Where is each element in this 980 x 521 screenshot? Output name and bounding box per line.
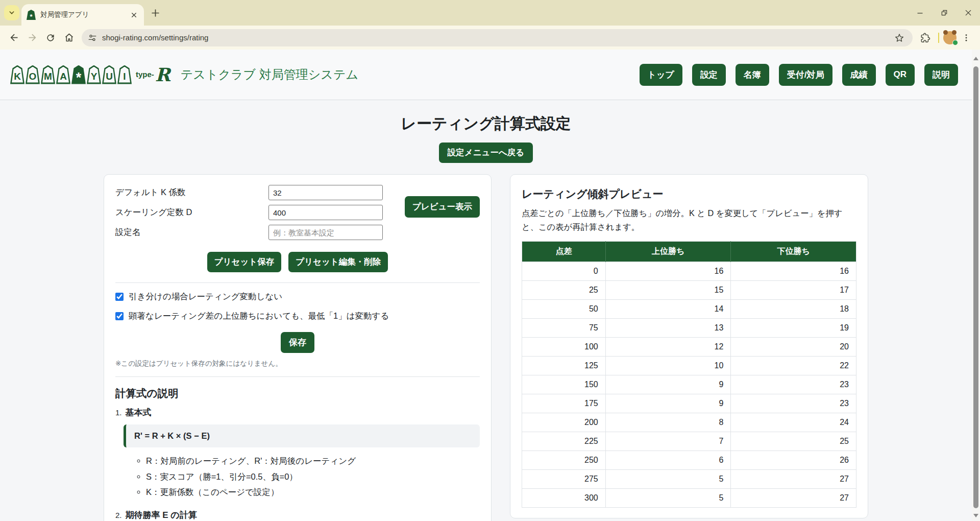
k-factor-label: デフォルト K 係数 [115, 187, 268, 198]
save-button[interactable]: 保存 [281, 332, 314, 353]
k-factor-input[interactable] [268, 185, 383, 200]
explanation-item-1-title: 1.基本式 [115, 407, 480, 418]
extensions-button[interactable] [917, 29, 934, 46]
preset-name-row: 設定名 [115, 225, 383, 240]
explanation-heading: 計算式の説明 [115, 386, 480, 400]
nav-button-label: 成績 [850, 70, 868, 80]
tab-search-button[interactable] [4, 5, 19, 20]
preset-note: ※この設定はプリセット保存の対象にはなりません。 [115, 359, 480, 368]
cell-upper-win: 8 [605, 413, 731, 432]
cell-diff: 250 [522, 451, 606, 469]
logo-letter: U [102, 65, 116, 84]
nav-button-label: 説明 [933, 70, 950, 80]
page: KOMA*YUI type- R テストクラブ 対局管理システム トップ設定名簿… [0, 50, 972, 521]
cell-upper-win: 15 [605, 280, 731, 299]
back-nav-button[interactable] [5, 29, 22, 46]
site-header: KOMA*YUI type- R テストクラブ 対局管理システム トップ設定名簿… [0, 50, 972, 100]
formula-variable-list: R：対局前のレーティング、R'：対局後のレーティングS：実スコア（勝=1、引分=… [115, 455, 480, 499]
reload-button[interactable] [42, 29, 59, 46]
logo-letter: M [41, 65, 55, 84]
table-row: 100 12 20 [522, 337, 856, 356]
checkbox-row[interactable]: 引き分けの場合レーティング変動しない [115, 291, 480, 302]
page-scrollbar [972, 50, 980, 521]
formula-variable-item: R：対局前のレーティング、R'：対局後のレーティング [146, 455, 480, 468]
checkbox[interactable] [115, 293, 124, 301]
site-logo[interactable]: KOMA*YUI type- R テストクラブ 対局管理システム [10, 65, 358, 84]
star-icon [894, 33, 904, 43]
cell-upper-win: 10 [605, 356, 731, 375]
preset-name-input[interactable] [268, 225, 383, 240]
scaling-d-input[interactable] [268, 205, 383, 220]
nav-button[interactable]: 説明 [924, 64, 958, 86]
basic-formula-block: R' = R + K × (S − E) [124, 424, 480, 447]
preview-button[interactable]: プレビュー表示 [405, 196, 480, 218]
cell-lower-win: 26 [731, 451, 856, 469]
window-controls [908, 0, 980, 26]
col-header-upper-win: 上位勝ち [605, 241, 731, 262]
formula-variable-item: S：実スコア（勝=1、引分=0.5、負=0） [146, 470, 480, 484]
close-icon [131, 12, 137, 18]
app-favicon-icon: * [27, 10, 36, 20]
minimize-button[interactable] [908, 0, 932, 26]
preset-name-label: 設定名 [115, 227, 268, 238]
logo-type-r: R [155, 65, 170, 84]
nav-button[interactable]: 受付/対局 [779, 64, 832, 86]
kebab-menu-icon [962, 33, 971, 42]
scrollbar-up-arrow[interactable] [972, 54, 980, 63]
triangle-down-icon [973, 514, 978, 517]
checkbox[interactable] [115, 312, 124, 320]
table-row: 175 9 23 [522, 394, 856, 413]
nav-button[interactable]: 成績 [842, 64, 876, 86]
logo-koma-yui-mark: KOMA*YUI [10, 65, 133, 84]
cell-lower-win: 20 [731, 337, 856, 356]
scrollbar-thumb[interactable] [973, 66, 978, 508]
shogi-piece-icon: * [71, 65, 86, 84]
reload-icon [45, 33, 56, 43]
item-number: 1. [115, 408, 122, 417]
table-row: 25 15 17 [522, 280, 856, 299]
browser-menu-button[interactable] [958, 29, 975, 46]
logo-letter: A [56, 65, 70, 84]
logo-letter: Y [87, 65, 101, 84]
cell-diff: 275 [522, 469, 606, 488]
settings-card: デフォルト K 係数 スケーリング定数 D 設定名 プレビュー表示 [104, 174, 492, 521]
preset-save-button[interactable]: プリセット保存 [207, 252, 281, 272]
cell-diff: 300 [522, 488, 606, 507]
nav-button-label: 名簿 [744, 70, 761, 80]
cell-upper-win: 9 [605, 394, 731, 413]
profile-avatar[interactable] [943, 31, 957, 44]
logo-type-label: type- [136, 70, 154, 79]
divider [115, 376, 480, 377]
cell-diff: 25 [522, 280, 606, 299]
restore-button[interactable] [932, 0, 956, 26]
nav-button-label: トップ [648, 70, 674, 80]
content-columns: デフォルト K 係数 スケーリング定数 D 設定名 プレビュー表示 [104, 174, 868, 521]
nav-button[interactable]: QR [886, 64, 915, 86]
checkbox-row[interactable]: 顕著なレーティング差の上位勝ちにおいても、最低「1」は変動する [115, 311, 480, 322]
preview-description: 点差ごとの「上位勝ち／下位勝ち」の増分。K と D を変更して「プレビュー」を押… [522, 206, 856, 234]
table-row: 275 5 27 [522, 469, 856, 488]
new-tab-button[interactable] [148, 6, 162, 20]
nav-button[interactable]: 名簿 [736, 64, 769, 86]
url-bar[interactable]: shogi-rating.com/settings/rating [82, 29, 913, 46]
nav-button[interactable]: トップ [640, 64, 682, 86]
cell-upper-win: 13 [605, 318, 731, 337]
home-button[interactable] [60, 29, 78, 46]
home-icon [64, 32, 75, 43]
logo-letter: O [26, 65, 40, 84]
arrow-left-icon [9, 32, 19, 43]
triangle-up-icon [973, 57, 978, 60]
preset-edit-delete-button[interactable]: プリセット編集・削除 [288, 252, 388, 272]
table-row: 125 10 22 [522, 356, 856, 375]
logo-letter: I [117, 65, 132, 84]
tab-close-button[interactable] [129, 10, 139, 20]
nav-button[interactable]: 設定 [692, 64, 726, 86]
scrollbar-down-arrow[interactable] [972, 511, 980, 520]
back-to-settings-menu-button[interactable]: 設定メニューへ戻る [439, 143, 533, 163]
cell-diff: 200 [522, 413, 606, 432]
forward-nav-button[interactable] [23, 29, 41, 46]
browser-tab[interactable]: * 対局管理アプリ [21, 4, 144, 26]
bookmark-button[interactable] [892, 31, 906, 45]
cell-diff: 225 [522, 432, 606, 451]
close-window-button[interactable] [956, 0, 980, 26]
